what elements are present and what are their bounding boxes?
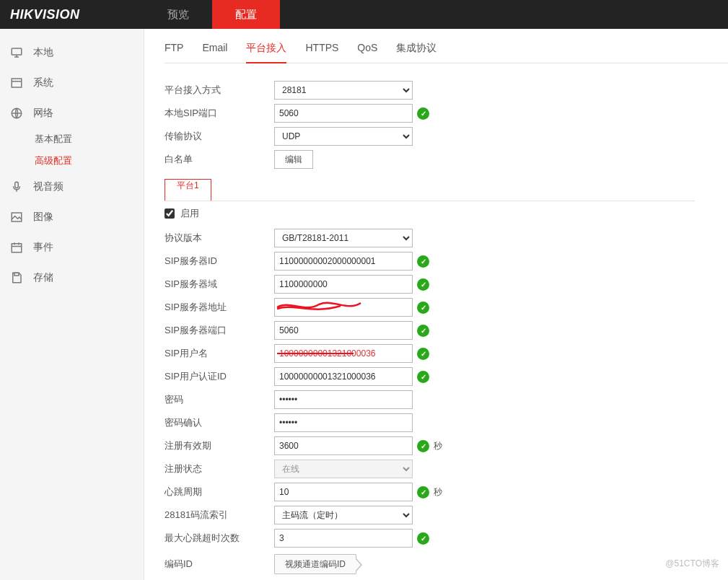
save-icon: [10, 271, 23, 284]
reg-expiry-input[interactable]: [274, 436, 413, 455]
sip-user-label: SIP用户名: [165, 347, 274, 360]
proto-ver-label: 协议版本: [165, 232, 274, 245]
transport-label: 传输协议: [165, 130, 274, 143]
hb-input[interactable]: [274, 483, 413, 501]
svg-rect-6: [15, 182, 19, 188]
pwd-confirm-input[interactable]: [274, 413, 413, 432]
tab-email[interactable]: Email: [202, 42, 227, 63]
hb-label: 心跳周期: [165, 485, 274, 498]
access-mode-select[interactable]: 28181: [274, 81, 413, 100]
tab-integrated[interactable]: 集成协议: [396, 42, 437, 63]
sip-server-id-label: SIP服务器ID: [165, 255, 274, 268]
codec-id-label: 编码ID: [165, 558, 274, 571]
brand-logo: HIKVISION: [0, 0, 144, 29]
enable-label: 启用: [180, 207, 199, 220]
tab-https[interactable]: HTTPS: [305, 42, 338, 63]
sip-user-input[interactable]: [274, 344, 413, 363]
svg-rect-3: [12, 79, 22, 87]
tab-ftp[interactable]: FTP: [165, 42, 183, 63]
whitelist-edit-button[interactable]: 编辑: [274, 150, 313, 169]
sip-addr-label: SIP服务器地址: [165, 301, 274, 314]
whitelist-label: 白名单: [165, 153, 274, 166]
tab-platform[interactable]: 平台接入: [246, 42, 286, 63]
check-icon: ✓: [417, 255, 429, 268]
watermark: @51CTO博客: [665, 558, 719, 570]
top-bar: HIKVISION 预览 配置: [0, 0, 728, 29]
check-icon: ✓: [417, 107, 429, 120]
window-icon: [10, 76, 23, 89]
sidebar-label: 系统: [33, 76, 53, 89]
sip-authid-input[interactable]: [274, 367, 413, 386]
sidebar-label: 事件: [33, 241, 53, 254]
reg-expiry-label: 注册有效期: [165, 439, 274, 452]
sidebar-item-image[interactable]: 图像: [0, 202, 144, 232]
sidebar-item-network[interactable]: 网络: [0, 98, 144, 128]
main-panel: FTP Email 平台接入 HTTPS QoS 集成协议 平台接入方式 281…: [144, 29, 728, 580]
sidebar-label: 网络: [33, 107, 53, 120]
platform-sub-tabs: 平台1: [165, 179, 695, 201]
sidebar-item-network-basic[interactable]: 基本配置: [0, 128, 144, 150]
check-icon: ✓: [417, 325, 429, 337]
nav-config[interactable]: 配置: [212, 0, 280, 29]
pwd-confirm-label: 密码确认: [165, 416, 274, 429]
sidebar-label: 本地: [33, 46, 53, 59]
pwd-label: 密码: [165, 393, 274, 406]
sip-port-label: SIP服务器端口: [165, 324, 274, 337]
sidebar-label: 图像: [33, 211, 53, 224]
codec-id-chip[interactable]: 视频通道编码ID: [274, 554, 356, 574]
max-hb-timeout-input[interactable]: [274, 529, 413, 548]
sidebar-item-event[interactable]: 事件: [0, 232, 144, 263]
check-icon: ✓: [417, 278, 429, 291]
enable-checkbox[interactable]: [165, 208, 175, 219]
svg-rect-9: [12, 244, 22, 252]
stream-idx-label: 28181码流索引: [165, 509, 274, 522]
pwd-input[interactable]: [274, 390, 413, 409]
sip-addr-input[interactable]: [274, 298, 413, 317]
image-icon: [10, 211, 23, 224]
local-sip-port-input[interactable]: [274, 104, 413, 123]
brand-text: HIKVISION: [10, 7, 80, 22]
sidebar-item-av[interactable]: 视音频: [0, 172, 144, 202]
platform1-tab[interactable]: 平台1: [165, 179, 211, 201]
local-sip-port-label: 本地SIP端口: [165, 107, 274, 120]
check-icon: ✓: [417, 532, 429, 545]
max-hb-timeout-label: 最大心跳超时次数: [165, 532, 274, 545]
sip-domain-label: SIP服务器域: [165, 278, 274, 291]
sidebar: 本地 系统 网络 基本配置 高级配置 视音频 图像 事件 存储: [0, 29, 144, 580]
config-tabs: FTP Email 平台接入 HTTPS QoS 集成协议: [165, 42, 728, 63]
calendar-icon: [10, 241, 23, 254]
sidebar-label: 存储: [33, 271, 53, 284]
globe-icon: [10, 107, 23, 120]
check-icon: ✓: [417, 302, 429, 314]
sidebar-item-storage[interactable]: 存储: [0, 263, 144, 293]
sidebar-item-network-adv[interactable]: 高级配置: [0, 150, 144, 172]
sidebar-label: 视音频: [33, 180, 63, 193]
sip-authid-label: SIP用户认证ID: [165, 370, 274, 383]
seconds-unit: 秒: [434, 440, 442, 452]
mic-icon: [10, 180, 23, 193]
reg-state-label: 注册状态: [165, 462, 274, 475]
svg-rect-13: [14, 273, 19, 276]
check-icon: ✓: [417, 371, 429, 383]
svg-rect-0: [12, 48, 22, 55]
check-icon: ✓: [417, 486, 429, 498]
stream-idx-select[interactable]: 主码流（定时）: [274, 506, 413, 524]
access-mode-label: 平台接入方式: [165, 84, 274, 97]
check-icon: ✓: [417, 440, 429, 452]
check-icon: ✓: [417, 348, 429, 360]
tab-qos[interactable]: QoS: [357, 42, 377, 63]
sidebar-item-system[interactable]: 系统: [0, 68, 144, 98]
seconds-unit: 秒: [434, 486, 442, 498]
reg-state-select: 在线: [274, 460, 413, 478]
sidebar-item-local[interactable]: 本地: [0, 38, 144, 68]
monitor-icon: [10, 46, 23, 59]
transport-select[interactable]: UDP: [274, 127, 413, 146]
sip-domain-input[interactable]: [274, 275, 413, 294]
nav-preview[interactable]: 预览: [144, 0, 212, 29]
sip-port-input[interactable]: [274, 321, 413, 340]
proto-ver-select[interactable]: GB/T28181-2011: [274, 229, 413, 247]
sip-server-id-input[interactable]: [274, 252, 413, 271]
